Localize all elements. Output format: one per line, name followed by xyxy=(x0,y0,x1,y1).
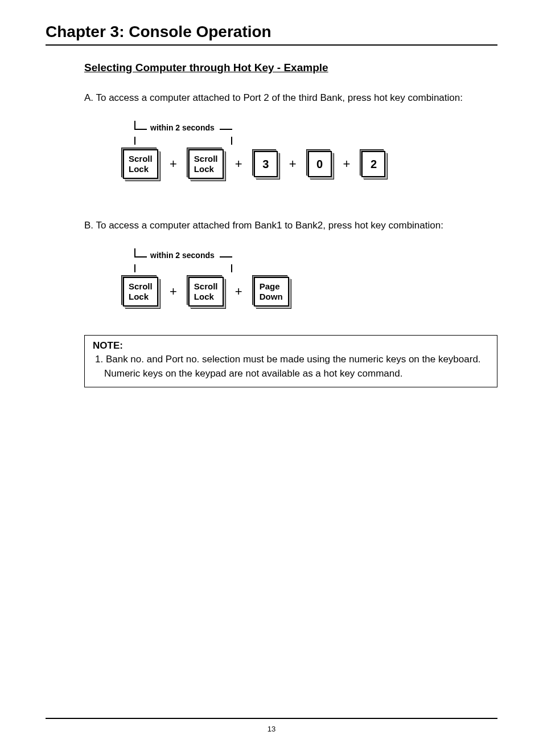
key-diagram-b: within 2 seconds ScrollLock + ScrollLock… xyxy=(123,248,497,307)
plus-icon: + xyxy=(234,284,244,299)
key-2: 2 xyxy=(361,151,385,177)
key-scroll-lock: ScrollLock xyxy=(188,149,224,179)
key-page-down: PageDown xyxy=(254,277,289,307)
key-0: 0 xyxy=(308,151,332,177)
plus-icon: + xyxy=(342,157,352,171)
chapter-title: Chapter 3: Console Operation xyxy=(46,23,497,46)
plus-icon: + xyxy=(234,157,244,171)
example-b-text: B. To access a computer attached from Ba… xyxy=(84,219,497,232)
key-scroll-lock: ScrollLock xyxy=(123,277,158,307)
note-title: NOTE: xyxy=(93,339,489,353)
plus-icon: + xyxy=(168,284,178,299)
note-line-2: Numeric keys on the keypad are not avail… xyxy=(93,367,489,381)
note-box: NOTE: 1. Bank no. and Port no. selection… xyxy=(84,335,497,387)
key-scroll-lock: ScrollLock xyxy=(188,277,224,307)
section-title: Selecting Computer through Hot Key - Exa… xyxy=(84,62,497,74)
page-number: 13 xyxy=(268,725,275,733)
key-3: 3 xyxy=(254,151,278,177)
page-footer: 13 xyxy=(46,718,497,733)
note-line-1: 1. Bank no. and Port no. selection must … xyxy=(93,353,489,367)
key-diagram-a: within 2 seconds ScrollLock + ScrollLock… xyxy=(123,121,497,179)
bracket-label-a: within 2 seconds xyxy=(150,123,215,132)
example-a-text: A. To access a computer attached to Port… xyxy=(84,91,497,105)
key-scroll-lock: ScrollLock xyxy=(123,149,158,179)
bracket-label-b: within 2 seconds xyxy=(150,251,215,260)
plus-icon: + xyxy=(168,157,178,171)
plus-icon: + xyxy=(288,157,298,171)
